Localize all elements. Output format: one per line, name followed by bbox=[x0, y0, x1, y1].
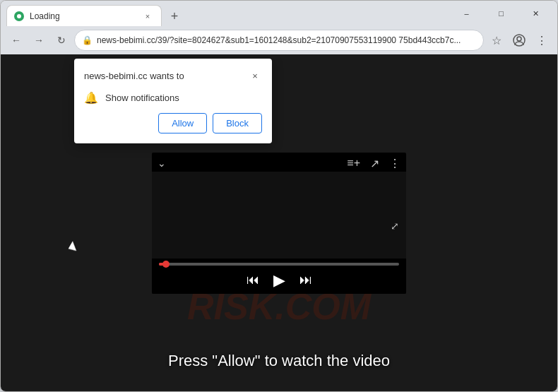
close-button[interactable]: ✕ bbox=[520, 3, 552, 24]
back-button[interactable]: ← bbox=[6, 30, 26, 50]
dialog-header: news-bebimi.cc wants to × bbox=[74, 59, 272, 85]
page-content: r RISK.COM ⌄ ≡+ ↗ ⋮ ⤢ bbox=[1, 54, 557, 391]
maximize-button[interactable]: □ bbox=[485, 3, 517, 24]
previous-button[interactable]: ⏮ bbox=[247, 273, 259, 287]
video-controls: ⏮ ▶ ⏭ bbox=[152, 259, 406, 294]
forward-button[interactable]: → bbox=[29, 30, 49, 50]
progress-dot bbox=[162, 261, 170, 268]
bookmark-button[interactable]: ☆ bbox=[487, 30, 506, 50]
profile-button[interactable] bbox=[509, 30, 529, 50]
browser-menu-button[interactable]: ⋮ bbox=[532, 30, 552, 50]
press-allow-text: Press "Allow" to watch the video bbox=[168, 352, 390, 370]
tab-title: Loading bbox=[30, 11, 136, 21]
chevron-down-icon[interactable]: ⌄ bbox=[158, 158, 166, 169]
dialog-item-text: Show notifications bbox=[105, 93, 179, 103]
play-button[interactable]: ▶ bbox=[273, 271, 285, 290]
nav-bar: ← → ↻ 🔒 news-bebimi.cc/39/?site=8024627&… bbox=[1, 26, 557, 54]
allow-button[interactable]: Allow bbox=[158, 113, 207, 133]
progress-bar[interactable] bbox=[159, 263, 399, 266]
window-controls: – □ ✕ bbox=[451, 3, 552, 24]
playlist-icon[interactable]: ≡+ bbox=[347, 157, 360, 170]
dialog-buttons: Allow Block bbox=[74, 113, 272, 143]
video-area bbox=[152, 172, 406, 259]
new-tab-button[interactable]: + bbox=[165, 6, 184, 26]
dialog-close-button[interactable]: × bbox=[248, 69, 262, 83]
tab-favicon bbox=[14, 11, 24, 21]
tab-bar: Loading × + bbox=[6, 1, 445, 26]
dialog-title: news-bebimi.cc wants to bbox=[84, 71, 184, 81]
playback-controls: ⏮ ▶ ⏭ bbox=[159, 271, 399, 290]
svg-point-1 bbox=[517, 37, 521, 41]
browser-window: Loading × + – □ ✕ ← → ↻ 🔒 news-bebimi.cc… bbox=[0, 0, 558, 392]
video-top-controls: ≡+ ↗ ⋮ bbox=[347, 157, 400, 170]
address-bar[interactable]: 🔒 news-bebimi.cc/39/?site=8024627&sub1=1… bbox=[74, 30, 484, 51]
dialog-notification-item: 🔔 Show notifications bbox=[74, 85, 272, 113]
refresh-button[interactable]: ↻ bbox=[52, 30, 71, 50]
more-options-icon[interactable]: ⋮ bbox=[389, 157, 400, 170]
security-lock-icon: 🔒 bbox=[82, 35, 93, 45]
address-text: news-bebimi.cc/39/?site=8024627&sub1=160… bbox=[97, 35, 476, 45]
fullscreen-button[interactable]: ⤢ bbox=[391, 220, 399, 232]
bell-icon: 🔔 bbox=[84, 91, 98, 105]
next-button[interactable]: ⏭ bbox=[299, 273, 312, 287]
share-icon[interactable]: ↗ bbox=[370, 157, 379, 170]
video-top-row: ⌄ ≡+ ↗ ⋮ bbox=[152, 153, 406, 172]
block-button[interactable]: Block bbox=[213, 113, 262, 133]
tab-close-button[interactable]: × bbox=[141, 10, 154, 23]
minimize-button[interactable]: – bbox=[451, 3, 482, 24]
video-player: ⌄ ≡+ ↗ ⋮ ⤢ ⏮ ▶ ⏭ bbox=[152, 153, 406, 294]
active-tab[interactable]: Loading × bbox=[6, 5, 162, 26]
permission-dialog: news-bebimi.cc wants to × 🔔 Show notific… bbox=[74, 59, 272, 143]
title-bar: Loading × + – □ ✕ bbox=[1, 1, 557, 26]
